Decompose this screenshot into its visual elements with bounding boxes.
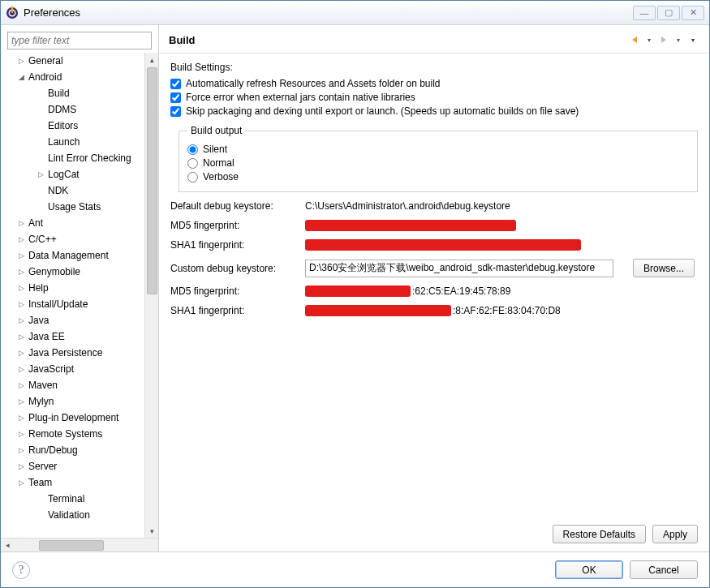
- filter-input[interactable]: [7, 32, 152, 49]
- tree-item[interactable]: ▷Server: [6, 458, 158, 474]
- tree-item[interactable]: ▷Genymobile: [6, 264, 158, 280]
- back-menu-icon[interactable]: ▾: [643, 33, 656, 46]
- tree-item-label: Install/Update: [28, 298, 88, 310]
- tree-item-label: Java: [28, 315, 49, 326]
- expand-arrow-icon[interactable]: ▷: [19, 381, 28, 389]
- tree-item[interactable]: ▷Validation: [6, 507, 158, 523]
- maximize-button[interactable]: ▢: [657, 6, 680, 20]
- scroll-down-icon[interactable]: ▾: [145, 524, 158, 538]
- tree-item[interactable]: ▷General: [6, 53, 158, 69]
- md5-custom-value: :62:C5:EA:19:45:78:89: [305, 285, 628, 297]
- tree-item-label: Usage Stats: [48, 201, 101, 212]
- tree-item[interactable]: ▷NDK: [6, 182, 158, 199]
- tree-item[interactable]: ▷Java Persistence: [6, 345, 158, 361]
- build-settings-label: Build Settings:: [170, 62, 698, 73]
- custom-keystore-label: Custom debug keystore:: [170, 263, 300, 274]
- expand-arrow-icon[interactable]: ▷: [19, 446, 28, 454]
- force-error-label: Force error when external jars contain n…: [186, 92, 415, 103]
- tree-item[interactable]: ▷Maven: [6, 377, 158, 393]
- tree-item[interactable]: ▷Lint Error Checking: [6, 150, 158, 166]
- expand-arrow-icon[interactable]: ▷: [19, 397, 28, 406]
- sha1-custom-label: SHA1 fingerprint:: [170, 305, 300, 316]
- tree-item[interactable]: ▷Launch: [6, 134, 158, 150]
- tree-item[interactable]: ▷Usage Stats: [6, 199, 158, 215]
- tree-item-label: Editors: [48, 120, 78, 131]
- expand-arrow-icon[interactable]: ▷: [19, 300, 28, 308]
- auto-refresh-checkbox[interactable]: [170, 79, 181, 89]
- expand-arrow-icon[interactable]: ▷: [19, 235, 28, 243]
- skip-packaging-label: Skip packaging and dexing until export o…: [186, 105, 579, 117]
- tree-item-label: Validation: [48, 509, 90, 521]
- tree-item[interactable]: ▷DDMS: [6, 101, 158, 118]
- tree-item[interactable]: ▷Ant: [6, 215, 158, 231]
- cancel-button[interactable]: Cancel: [630, 560, 698, 579]
- custom-keystore-input[interactable]: [305, 260, 613, 277]
- tree-item[interactable]: ▷Java EE: [6, 328, 158, 345]
- preference-tree[interactable]: ▷General◢Android▷Build▷DDMS▷Editors▷Laun…: [1, 53, 158, 538]
- tree-item-label: Java EE: [28, 331, 65, 342]
- tree-item-label: JavaScript: [28, 363, 74, 375]
- tree-item[interactable]: ▷LogCat: [6, 166, 158, 182]
- tree-item[interactable]: ▷Help: [6, 280, 158, 296]
- tree-item[interactable]: ▷Terminal: [6, 491, 158, 507]
- tree-scrollbar[interactable]: ▴ ▾: [144, 53, 158, 538]
- tree-item[interactable]: ▷Editors: [6, 118, 158, 134]
- restore-defaults-button[interactable]: Restore Defaults: [553, 525, 646, 543]
- sha1-default-redacted: [305, 239, 581, 251]
- verbose-radio[interactable]: [187, 172, 198, 182]
- scroll-up-icon[interactable]: ▴: [145, 53, 158, 67]
- expand-arrow-icon[interactable]: ▷: [19, 479, 28, 487]
- tree-item-label: C/C++: [28, 234, 57, 245]
- expand-arrow-icon[interactable]: ▷: [19, 333, 28, 341]
- tree-item-label: Maven: [28, 380, 58, 391]
- forward-icon[interactable]: [657, 33, 670, 46]
- skip-packaging-checkbox[interactable]: [170, 106, 181, 117]
- expand-arrow-icon[interactable]: ◢: [19, 73, 28, 81]
- tree-hscroll[interactable]: ◂: [1, 538, 158, 552]
- tree-item[interactable]: ◢Android: [6, 69, 158, 85]
- expand-arrow-icon[interactable]: ▷: [19, 462, 28, 470]
- ok-button[interactable]: OK: [555, 560, 623, 579]
- tree-item-label: Terminal: [48, 493, 84, 504]
- expand-arrow-icon[interactable]: ▷: [19, 349, 28, 357]
- build-output-legend: Build output: [187, 125, 245, 136]
- forward-menu-icon[interactable]: ▾: [672, 33, 685, 46]
- tree-item[interactable]: ▷C/C++: [6, 231, 158, 247]
- expand-arrow-icon[interactable]: ▷: [19, 251, 28, 260]
- expand-arrow-icon[interactable]: ▷: [19, 430, 28, 438]
- close-button[interactable]: ✕: [682, 6, 704, 20]
- help-icon[interactable]: ?: [12, 561, 30, 579]
- browse-button[interactable]: Browse...: [633, 259, 695, 277]
- tree-item[interactable]: ▷Mylyn: [6, 393, 158, 410]
- menu-icon[interactable]: ▾: [686, 33, 699, 46]
- sidebar: ▷General◢Android▷Build▷DDMS▷Editors▷Laun…: [1, 25, 159, 552]
- normal-radio[interactable]: [187, 158, 198, 169]
- minimize-button[interactable]: —: [633, 6, 656, 20]
- expand-arrow-icon[interactable]: ▷: [19, 268, 28, 276]
- tree-item[interactable]: ▷Java: [6, 312, 158, 328]
- tree-item-label: Mylyn: [28, 396, 54, 407]
- apply-button[interactable]: Apply: [652, 525, 698, 543]
- tree-item[interactable]: ▷Build: [6, 85, 158, 101]
- expand-arrow-icon[interactable]: ▷: [19, 365, 28, 373]
- tree-item[interactable]: ▷Remote Systems: [6, 426, 158, 442]
- tree-item[interactable]: ▷Team: [6, 474, 158, 491]
- tree-item[interactable]: ▷Run/Debug: [6, 442, 158, 458]
- back-icon[interactable]: [628, 33, 641, 46]
- tree-item[interactable]: ▷JavaScript: [6, 361, 158, 377]
- default-keystore-label: Default debug keystore:: [170, 200, 300, 212]
- force-error-checkbox[interactable]: [170, 92, 181, 103]
- expand-arrow-icon[interactable]: ▷: [38, 170, 48, 178]
- tree-item[interactable]: ▷Install/Update: [6, 296, 158, 312]
- tree-item[interactable]: ▷Data Management: [6, 247, 158, 264]
- hscroll-thumb[interactable]: [39, 540, 104, 551]
- expand-arrow-icon[interactable]: ▷: [19, 414, 28, 422]
- expand-arrow-icon[interactable]: ▷: [19, 57, 28, 65]
- scroll-thumb[interactable]: [147, 67, 157, 294]
- tree-item-label: Java Persistence: [28, 347, 102, 358]
- expand-arrow-icon[interactable]: ▷: [19, 219, 28, 227]
- expand-arrow-icon[interactable]: ▷: [19, 316, 28, 324]
- tree-item[interactable]: ▷Plug-in Development: [6, 410, 158, 426]
- expand-arrow-icon[interactable]: ▷: [19, 284, 28, 292]
- silent-radio[interactable]: [187, 144, 198, 155]
